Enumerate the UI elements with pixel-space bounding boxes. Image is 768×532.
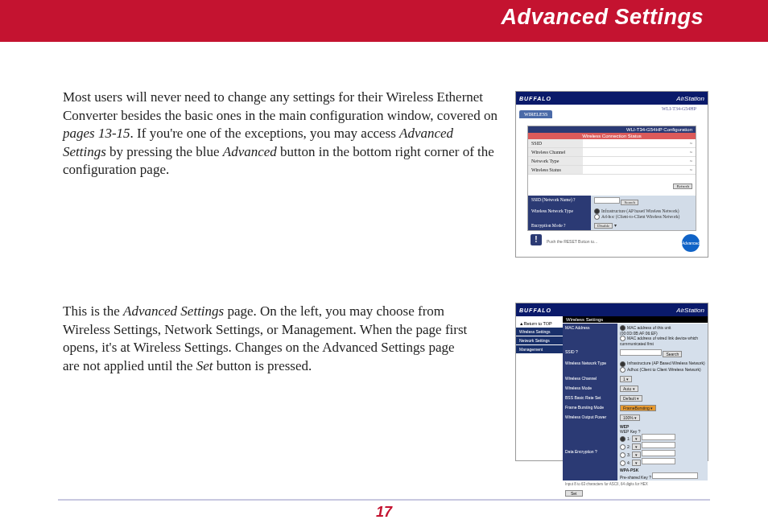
row-cfg-ssid: SSID (Network Name) ? Search: [528, 196, 696, 207]
return-link[interactable]: ▲Return to TOP: [516, 320, 563, 328]
main-column: Wireless Settings MAC Address MAC addres…: [563, 316, 708, 497]
config-screenshot: BUFFALO AirStation WIRELESS WLI-T34-G54H…: [515, 91, 708, 258]
fb-value: FrameBursting ▾: [617, 403, 708, 413]
radio-mac1-icon[interactable]: [620, 325, 626, 331]
k4-input[interactable]: [642, 458, 675, 464]
thumb1-footnote: Push the RESET Button to...: [547, 239, 597, 244]
row-mac: MAC Address MAC address of this unit (00…: [563, 324, 708, 348]
row-de: Data Encryption ? WEP WEP Key ? 1: ▾ 2: …: [563, 423, 708, 481]
page-footer: 17: [58, 499, 710, 518]
page-header: Advanced Settings: [0, 0, 768, 42]
de-value: WEP WEP Key ? 1: ▾ 2: ▾ 3: ▾ 4: ▾ WPA-PS…: [617, 423, 708, 481]
advanced-settings-screenshot: BUFFALO AirStation ▲Return to TOP Wirele…: [515, 303, 708, 461]
radio-adhoc-icon[interactable]: [594, 214, 600, 220]
set-button[interactable]: Set: [565, 490, 583, 497]
paragraph-1: Most users will never need to change any…: [63, 89, 498, 179]
mac-option-1: MAC address of this unit (00:0D:0B:AF:06…: [620, 325, 671, 336]
k3-type[interactable]: ▾: [632, 452, 641, 458]
wc-label: Wireless Channel: [563, 374, 617, 384]
panel-title: WLI-T34-G54HP Configuration: [528, 126, 696, 133]
row-wc: Wireless Channel1 ▾: [563, 374, 708, 384]
thumb2-titlebar: BUFFALO AirStation: [516, 303, 708, 316]
p2-italic-a: Advanced Settings: [123, 303, 224, 319]
ssid-search-button[interactable]: Search: [621, 200, 638, 205]
cfg-enc-value: Disable ▾: [591, 221, 696, 230]
enc-select[interactable]: Disable: [594, 223, 613, 229]
k3-label: 3:: [627, 452, 630, 457]
row-nt2: Wireless Network TypeInfrastructure (AP …: [563, 359, 708, 373]
bss-select[interactable]: Default ▾: [620, 395, 642, 402]
channel-label: Wireless Channel: [528, 148, 583, 156]
k1-type[interactable]: ▾: [632, 435, 641, 442]
sidebar: ▲Return to TOP Wireless Settings Network…: [516, 316, 563, 497]
radio-k4-icon[interactable]: [620, 460, 626, 466]
k1-input[interactable]: [642, 434, 675, 440]
wc-select[interactable]: 1 ▾: [620, 376, 632, 382]
cfg-type-label: Wireless Network Type: [528, 207, 591, 221]
status-value: ~: [583, 166, 696, 174]
p1-italic-a: pages 13-15: [63, 126, 130, 141]
radio-k2-icon[interactable]: [620, 444, 626, 450]
k4-label: 4:: [627, 460, 630, 465]
k2-input[interactable]: [642, 442, 675, 448]
mac-value: MAC address of this unit (00:0D:0B:AF:06…: [617, 324, 708, 348]
channel-value: ~: [583, 148, 696, 156]
sidebar-item-management[interactable]: Management: [516, 345, 563, 353]
op-value: 100% ▾: [617, 413, 708, 423]
p1-text-b: . If you're one of the exceptions, you m…: [130, 126, 399, 141]
wm-select[interactable]: Auto ▾: [620, 386, 638, 392]
k2-type[interactable]: ▾: [632, 443, 641, 450]
psk-input[interactable]: [652, 472, 698, 479]
radio-mac2-icon[interactable]: [620, 336, 626, 341]
airstation-logo-2: AirStation: [676, 307, 704, 314]
radio-k3-icon[interactable]: [620, 452, 626, 458]
radio-infra-icon[interactable]: [594, 208, 600, 214]
row-ssid: SSID~: [528, 139, 696, 148]
nt2-value: Infrastructure (AP Based Wireless Networ…: [617, 359, 708, 373]
p2-italic-b: Set: [196, 358, 213, 373]
advanced-button[interactable]: Advanced: [682, 234, 700, 252]
p1-italic-c: Advanced: [223, 144, 277, 159]
ssid-value: ~: [583, 139, 696, 147]
row-cfg-type: Wireless Network Type Infrastructure (AP…: [528, 207, 696, 221]
paragraph-1-text: Most users will never need to change any…: [63, 89, 498, 179]
p1-text-c: by pressing the blue: [106, 144, 223, 159]
ssid2-input[interactable]: [620, 349, 662, 356]
tab-wireless: WIRELESS: [519, 110, 552, 118]
radio-nt2-icon[interactable]: [620, 367, 626, 373]
warning-icon: !: [531, 234, 542, 245]
sidebar-item-wireless[interactable]: Wireless Settings: [516, 328, 563, 336]
row-status: Wireless Status~: [528, 166, 696, 175]
page-title: Advanced Settings: [501, 5, 704, 30]
k4-type[interactable]: ▾: [632, 460, 641, 466]
adhoc-option: Ad-hoc (Client-to-Client Wireless Networ…: [601, 214, 679, 219]
op-select[interactable]: 100% ▾: [620, 414, 640, 421]
airstation-logo: AirStation: [676, 95, 704, 102]
radio-k1-icon[interactable]: [620, 436, 626, 442]
refresh-button[interactable]: Refresh: [673, 184, 692, 189]
nt2-o2: Adhoc (Client to Client Wireless Network…: [627, 367, 701, 372]
psk-label: Pre-shared Key ?: [620, 475, 651, 480]
sidebar-item-network[interactable]: Network Settings: [516, 336, 563, 344]
ssid-label: SSID: [528, 139, 583, 147]
k3-input[interactable]: [642, 450, 675, 456]
wepkey-row-3: 3: ▾: [620, 450, 705, 458]
bss-value: Default ▾: [617, 394, 708, 403]
p2-text-c: button is pressed.: [213, 358, 312, 373]
row-ssid2: SSID ? Search: [563, 348, 708, 359]
ssid-input[interactable]: [594, 197, 620, 204]
nettype-value: ~: [583, 157, 696, 165]
nettype-label: Network Type: [528, 157, 583, 165]
thumb2-body: ▲Return to TOP Wireless Settings Network…: [516, 316, 708, 497]
wep-title: WEP: [620, 424, 629, 429]
row-bss: BSS Basic Rate SetDefault ▾: [563, 394, 708, 403]
row-wm: Wireless ModeAuto ▾: [563, 384, 708, 394]
mac-option-2: MAC address of wired link device which c…: [620, 336, 698, 346]
paragraph-2-text: This is the Advanced Settings page. On t…: [63, 303, 473, 375]
ssid2-search-button[interactable]: Search: [663, 351, 682, 357]
infra-option: Infrastructure (AP based Wireless Networ…: [601, 208, 679, 213]
p1-text-a: Most users will never need to change any…: [63, 89, 498, 123]
fb-select[interactable]: FrameBursting ▾: [620, 405, 656, 411]
bss-label: BSS Basic Rate Set: [563, 394, 617, 403]
radio-nt1-icon[interactable]: [620, 361, 626, 367]
